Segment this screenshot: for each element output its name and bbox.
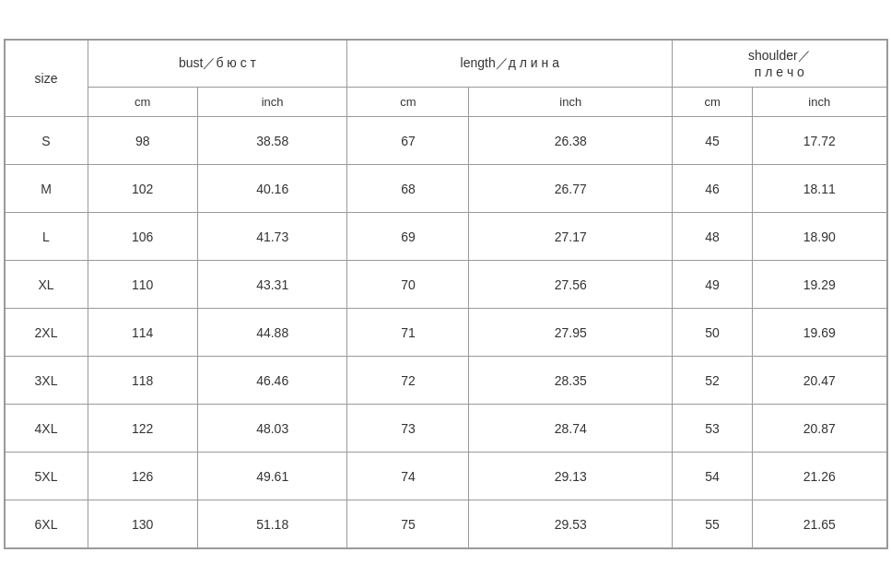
table-row: 5XL 126 49.61 74 29.13 54 21.26 — [5, 453, 886, 500]
shoulder-header: shoulder／ п л е ч о — [673, 41, 886, 88]
table-row: XL 110 43.31 70 27.56 49 19.29 — [5, 261, 886, 309]
length-inch-cell: 28.74 — [469, 405, 673, 453]
shoulder-cm-cell: 46 — [673, 165, 753, 213]
length-cm-cell: 73 — [347, 405, 469, 453]
shoulder-inch-cell: 17.72 — [753, 117, 886, 165]
size-cell: S — [5, 117, 88, 165]
table-row: L 106 41.73 69 27.17 48 18.90 — [5, 213, 886, 261]
length-inch-cell: 29.53 — [469, 500, 673, 548]
bust-cm-cell: 114 — [88, 309, 197, 357]
table-row: 6XL 130 51.18 75 29.53 55 21.65 — [5, 500, 886, 548]
size-chart-table: size bust／б ю с т length／д л и н а shoul… — [5, 40, 887, 548]
bust-cm-cell: 126 — [88, 453, 197, 500]
bust-cm-cell: 98 — [88, 117, 197, 165]
length-cm-cell: 68 — [347, 165, 469, 213]
table-row: 4XL 122 48.03 73 28.74 53 20.87 — [5, 405, 886, 453]
size-header: size — [5, 41, 88, 117]
shoulder-cm-cell: 49 — [673, 261, 753, 309]
bust-cm-cell: 110 — [88, 261, 197, 309]
bust-cm-header: cm — [88, 88, 197, 117]
shoulder-inch-cell: 20.87 — [753, 405, 886, 453]
length-cm-cell: 72 — [347, 357, 469, 405]
bust-inch-cell: 44.88 — [197, 309, 347, 357]
bust-cm-cell: 106 — [88, 213, 197, 261]
bust-cm-cell: 118 — [88, 357, 197, 405]
length-inch-cell: 27.95 — [469, 309, 673, 357]
size-cell: XL — [5, 261, 88, 309]
length-cm-cell: 69 — [347, 213, 469, 261]
sub-header-row: cm inch cm inch cm inch — [5, 88, 886, 117]
shoulder-cm-cell: 50 — [673, 309, 753, 357]
length-cm-header: cm — [347, 88, 469, 117]
size-cell: 3XL — [5, 357, 88, 405]
shoulder-inch-cell: 20.47 — [753, 357, 886, 405]
shoulder-inch-cell: 21.26 — [753, 453, 886, 500]
length-inch-cell: 26.38 — [469, 117, 673, 165]
bust-inch-cell: 40.16 — [197, 165, 347, 213]
size-cell: 5XL — [5, 453, 88, 500]
table-row: 3XL 118 46.46 72 28.35 52 20.47 — [5, 357, 886, 405]
main-header-row: size bust／б ю с т length／д л и н а shoul… — [5, 41, 886, 88]
bust-header: bust／б ю с т — [88, 41, 347, 88]
shoulder-cm-cell: 48 — [673, 213, 753, 261]
length-cm-cell: 67 — [347, 117, 469, 165]
length-cm-cell: 70 — [347, 261, 469, 309]
shoulder-inch-cell: 21.65 — [753, 500, 886, 548]
length-inch-cell: 27.56 — [469, 261, 673, 309]
length-cm-cell: 74 — [347, 453, 469, 500]
shoulder-inch-cell: 18.11 — [753, 165, 886, 213]
size-cell: L — [5, 213, 88, 261]
shoulder-inch-cell: 19.69 — [753, 309, 886, 357]
bust-inch-cell: 51.18 — [197, 500, 347, 548]
length-inch-header: inch — [469, 88, 673, 117]
bust-cm-cell: 102 — [88, 165, 197, 213]
length-cm-cell: 75 — [347, 500, 469, 548]
shoulder-cm-cell: 53 — [673, 405, 753, 453]
length-header: length／д л и н а — [347, 41, 673, 88]
shoulder-inch-cell: 19.29 — [753, 261, 886, 309]
shoulder-inch-header: inch — [753, 88, 886, 117]
length-inch-cell: 27.17 — [469, 213, 673, 261]
bust-cm-cell: 122 — [88, 405, 197, 453]
shoulder-cm-cell: 55 — [673, 500, 753, 548]
bust-inch-cell: 41.73 — [197, 213, 347, 261]
bust-cm-cell: 130 — [88, 500, 197, 548]
size-cell: 4XL — [5, 405, 88, 453]
size-cell: 2XL — [5, 309, 88, 357]
table-row: 2XL 114 44.88 71 27.95 50 19.69 — [5, 309, 886, 357]
shoulder-cm-cell: 54 — [673, 453, 753, 500]
bust-inch-cell: 43.31 — [197, 261, 347, 309]
bust-inch-cell: 38.58 — [197, 117, 347, 165]
size-cell: 6XL — [5, 500, 88, 548]
shoulder-inch-cell: 18.90 — [753, 213, 886, 261]
length-inch-cell: 29.13 — [469, 453, 673, 500]
shoulder-cm-cell: 52 — [673, 357, 753, 405]
shoulder-cm-header: cm — [673, 88, 753, 117]
size-cell: M — [5, 165, 88, 213]
table-row: S 98 38.58 67 26.38 45 17.72 — [5, 117, 886, 165]
bust-inch-cell: 48.03 — [197, 405, 347, 453]
bust-inch-cell: 49.61 — [197, 453, 347, 500]
bust-inch-header: inch — [197, 88, 347, 117]
length-inch-cell: 28.35 — [469, 357, 673, 405]
bust-inch-cell: 46.46 — [197, 357, 347, 405]
length-cm-cell: 71 — [347, 309, 469, 357]
size-chart-wrapper: size bust／б ю с т length／д л и н а shoul… — [4, 39, 888, 549]
length-inch-cell: 26.77 — [469, 165, 673, 213]
table-row: M 102 40.16 68 26.77 46 18.11 — [5, 165, 886, 213]
shoulder-cm-cell: 45 — [673, 117, 753, 165]
